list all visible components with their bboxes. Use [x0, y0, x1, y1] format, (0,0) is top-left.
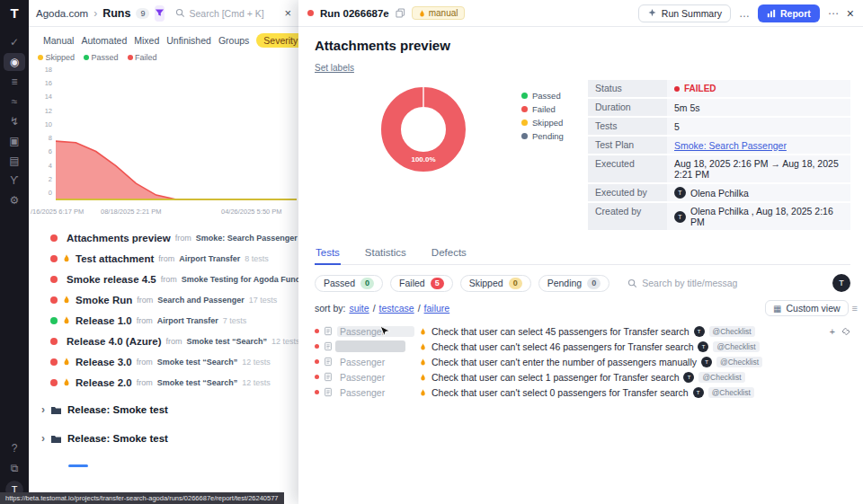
results-icon[interactable]: ≡ — [4, 73, 25, 91]
test-status-dot — [315, 390, 319, 394]
link-preview-url: https://beta.testomat.io/projects/transf… — [5, 494, 279, 502]
run-source: Smoke test “Search” — [157, 358, 238, 367]
filter-failed[interactable]: Failed5 — [390, 275, 453, 292]
flame-icon — [418, 9, 426, 18]
breadcrumb-section[interactable]: Runs — [102, 7, 130, 20]
sort-by-suite[interactable]: suite — [349, 303, 369, 314]
test-title[interactable]: Check that user can't select 0 passenger… — [432, 387, 689, 398]
tab-unfinished[interactable]: Unfinished — [166, 35, 211, 46]
runs-list: Attachments preview from Smoke: Search P… — [29, 227, 298, 467]
test-row[interactable]: Passenger Check that user can't select 0… — [315, 385, 850, 400]
folder-label[interactable]: Release: Smoke test — [67, 404, 168, 415]
folder-label[interactable]: Release: Smoke test — [67, 433, 168, 444]
test-search-input[interactable] — [642, 278, 777, 288]
link-icon[interactable] — [841, 327, 850, 336]
tab-tests[interactable]: Tests — [315, 243, 341, 265]
tag-badge[interactable]: @Checklist — [716, 357, 762, 367]
test-suite[interactable]: Passenger — [337, 387, 414, 398]
tab-groups[interactable]: Groups — [218, 35, 249, 46]
chevron-right-icon[interactable]: › — [41, 432, 45, 445]
run-title[interactable]: Attachments preview — [67, 233, 171, 243]
chevron-right-icon[interactable]: › — [41, 403, 45, 416]
analytics-icon[interactable]: ≈ — [4, 93, 25, 111]
search-input[interactable] — [189, 8, 279, 19]
global-search[interactable] — [175, 8, 279, 19]
clipboard-icon[interactable]: ⧉ — [4, 459, 25, 477]
custom-view-button[interactable]: ▦ Custom view — [765, 300, 849, 316]
tab-defects[interactable]: Defects — [431, 243, 467, 264]
tag-badge[interactable]: @Checklist — [713, 341, 759, 352]
more-icon[interactable]: … — [739, 7, 750, 20]
run-list-item[interactable]: Test attachment from Airport Transfer 8 … — [29, 248, 298, 269]
test-row[interactable]: Passenger Check that user can select 1 p… — [315, 369, 850, 385]
tag-badge[interactable]: @Checklist — [709, 326, 755, 337]
report-button[interactable]: Report — [758, 4, 820, 22]
settings-icon[interactable]: ⚙ — [4, 191, 25, 209]
set-labels-link[interactable]: Set labels — [315, 63, 354, 73]
help-icon[interactable]: ? — [4, 439, 25, 457]
sort-by-testcase[interactable]: testcase — [379, 303, 414, 314]
tag-badge[interactable]: @Checklist — [708, 387, 754, 398]
test-plan-link[interactable]: Smoke: Search Passenger — [674, 140, 787, 151]
filter-passed[interactable]: Passed0 — [315, 275, 383, 292]
tab-manual[interactable]: Manual — [43, 35, 74, 46]
test-suite[interactable]: Passenger — [337, 372, 414, 383]
drawer-close-icon[interactable]: × — [847, 6, 854, 21]
tab-severity[interactable]: Severity — [256, 33, 298, 48]
run-title[interactable]: Release 1.0 — [76, 315, 132, 326]
run-list-item[interactable]: Release 2.0 from Smoke test “Search” 12 … — [29, 372, 298, 393]
run-title[interactable]: Test attachment — [76, 253, 154, 264]
tab-statistics[interactable]: Statistics — [364, 243, 407, 264]
run-title[interactable]: Smoke Run — [76, 295, 132, 305]
run-group-folder[interactable]: › Release: Smoke test — [29, 398, 298, 421]
run-summary-button[interactable]: Run Summary — [638, 4, 731, 22]
filter-skipped[interactable]: Skipped0 — [460, 275, 531, 292]
test-suite[interactable]: Passenger — [337, 326, 414, 337]
sort-by-failure[interactable]: failure — [424, 303, 450, 314]
breadcrumb-separator-icon: › — [93, 7, 97, 20]
run-source: Smoke test “Search” — [186, 337, 267, 346]
test-row[interactable]: Passenger Check that user can't enter th… — [315, 354, 850, 369]
branches-icon[interactable]: ϒ — [4, 172, 25, 190]
test-title[interactable]: Check that user can select 1 passenger f… — [432, 372, 679, 383]
run-from-label: from — [137, 378, 153, 387]
test-suite[interactable]: Passenger — [337, 357, 414, 367]
kebab-menu-icon[interactable]: ⋯ — [828, 7, 839, 20]
breadcrumb-project[interactable]: Agoda.com — [36, 8, 88, 19]
copy-icon[interactable] — [396, 8, 405, 18]
run-title[interactable]: Release 4.0 (Azure) — [67, 336, 161, 347]
run-list-item[interactable]: Release 1.0 from Airport Transfer 7 test… — [29, 310, 298, 331]
test-list: Passenger Check that user can select 45 … — [315, 323, 850, 400]
test-title[interactable]: Check that user can select 45 passengers… — [432, 326, 690, 337]
run-list-item[interactable]: Smoke release 4.5 from Smoke Testing for… — [29, 269, 298, 289]
avatar — [694, 326, 705, 337]
run-list-item[interactable]: Release 3.0 from Smoke test “Search” 12 … — [29, 351, 298, 372]
import-icon[interactable]: ▣ — [4, 132, 25, 150]
panel-close-icon[interactable]: × — [284, 6, 291, 20]
run-list-item[interactable]: Smoke Run from Search and Passenger 17 t… — [29, 289, 298, 310]
drag-ghost — [335, 340, 405, 352]
runs-icon[interactable]: ◉ — [4, 53, 25, 71]
tag-badge[interactable]: @Checklist — [698, 372, 744, 383]
test-title[interactable]: Check that user can't select 46 passenge… — [432, 341, 693, 352]
filter-button[interactable] — [155, 5, 165, 22]
run-group-folder[interactable]: › Release: Smoke test — [29, 427, 298, 450]
columns-icon[interactable]: ≡ — [852, 303, 858, 314]
pulse-icon[interactable]: ↯ — [4, 112, 25, 130]
assignee-avatar[interactable] — [832, 274, 850, 292]
run-title[interactable]: Release 3.0 — [76, 357, 132, 367]
tab-mixed[interactable]: Mixed — [134, 35, 159, 46]
run-title[interactable]: Smoke release 4.5 — [67, 274, 156, 285]
passed-dot — [521, 93, 528, 99]
add-icon[interactable]: + — [830, 326, 835, 337]
run-list-item[interactable]: Attachments preview from Smoke: Search P… — [29, 227, 298, 248]
test-search[interactable] — [627, 278, 777, 288]
run-list-item[interactable]: Release 4.0 (Azure) from Smoke test “Sea… — [29, 331, 298, 351]
test-row[interactable]: Passenger Check that user can select 45 … — [315, 323, 850, 339]
docs-icon[interactable]: ▤ — [4, 152, 25, 170]
test-title[interactable]: Check that user can't enter the number o… — [432, 357, 697, 367]
checks-icon[interactable]: ✓ — [4, 33, 25, 51]
run-title[interactable]: Release 2.0 — [76, 377, 132, 388]
tab-automated[interactable]: Automated — [81, 35, 127, 46]
filter-pending[interactable]: Pending0 — [538, 275, 610, 292]
